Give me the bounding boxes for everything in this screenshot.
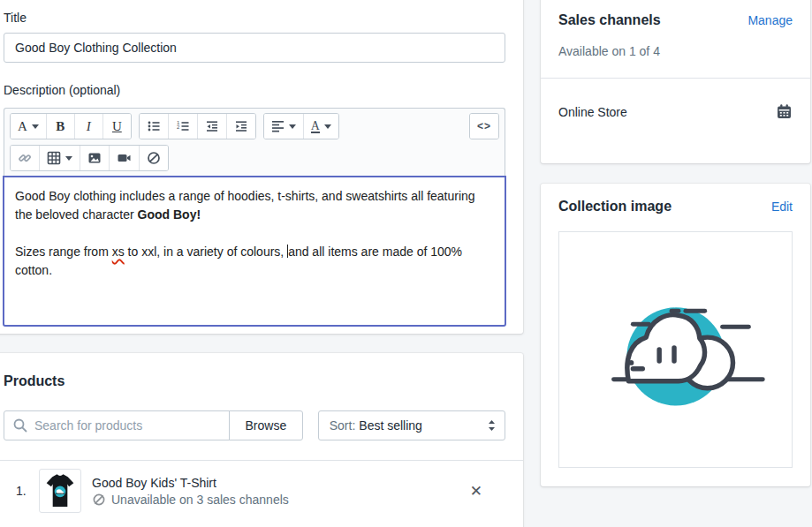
products-heading: Products (4, 373, 505, 389)
svg-text:2: 2 (177, 124, 180, 130)
show-html-button[interactable]: <> (470, 114, 498, 139)
collection-image-header: Collection image Edit (558, 199, 793, 215)
chevron-down-icon (289, 124, 296, 129)
chevron-down-icon (324, 124, 331, 129)
products-card: Products Browse Sort:Best selling 1. (0, 353, 523, 527)
edit-link[interactable]: Edit (771, 200, 793, 214)
channel-name: Online Store (558, 105, 627, 119)
numbered-list-button[interactable]: 12 (168, 114, 197, 139)
text-color-button[interactable]: A (303, 114, 338, 139)
code-group: <> (469, 113, 499, 139)
availability-text: Available on 1 of 4 (541, 44, 810, 58)
search-input[interactable] (4, 410, 230, 440)
bulleted-list-button[interactable] (140, 114, 168, 139)
chevron-down-icon (32, 124, 39, 129)
remove-product-button[interactable]: ✕ (470, 482, 482, 501)
description-paragraph: Sizes range from xs to xxl, in a variety… (15, 243, 494, 280)
indent-button[interactable] (226, 114, 255, 139)
product-index: 1. (16, 484, 39, 498)
image-icon (87, 151, 102, 165)
indent-icon (234, 119, 248, 133)
align-left-icon (271, 120, 285, 132)
editor-toolbar-row1: A B I U (4, 109, 505, 139)
link-icon (18, 151, 32, 165)
title-input[interactable] (4, 33, 505, 63)
good-boy-dog-image (559, 231, 792, 468)
insert-video-button[interactable] (109, 146, 139, 170)
font-style-button[interactable]: A (11, 114, 46, 139)
rich-text-editor: A B I U (4, 108, 505, 177)
font-style-label: A (18, 119, 27, 134)
italic-button[interactable]: I (74, 114, 102, 139)
list-indent-group: 12 (139, 113, 256, 139)
clear-formatting-icon (147, 151, 161, 165)
insert-image-button[interactable] (80, 146, 109, 170)
chevron-down-icon (65, 156, 72, 161)
collection-image-frame (558, 231, 793, 468)
collection-image-heading: Collection image (558, 199, 672, 215)
collection-image-card: Collection image Edit (541, 184, 810, 486)
text-color-label: A (311, 120, 320, 133)
outdent-icon (205, 119, 219, 133)
sort-stepper-icon (488, 419, 496, 432)
align-color-group: A (263, 113, 339, 139)
product-search (4, 410, 230, 440)
browse-button[interactable]: Browse (229, 410, 303, 440)
description-paragraph: Good Boy clothing includes a range of ho… (15, 187, 494, 224)
bold-button[interactable]: B (46, 114, 74, 139)
collection-edit-page: Title Description (optional) A B I (0, 0, 812, 527)
clear-formatting-button[interactable] (139, 146, 168, 170)
product-status: Unavailable on 3 sales channels (92, 493, 289, 507)
product-list-item: 1. Good Boy Kids' T-Shirt Unavailable on… (0, 461, 523, 521)
link-button[interactable] (11, 146, 39, 170)
misspelled-word: xs (112, 245, 125, 259)
product-info: Good Boy Kids' T-Shirt Unavailable on 3 … (92, 476, 289, 507)
description-label: Description (optional) (4, 83, 505, 97)
numbered-list-icon: 12 (176, 119, 190, 133)
editor-toolbar-row2 (4, 139, 505, 177)
product-title: Good Boy Kids' T-Shirt (92, 476, 289, 490)
outdent-button[interactable] (197, 114, 226, 139)
product-thumbnail (39, 469, 81, 513)
video-icon (117, 151, 132, 165)
sales-channels-card: Sales channels Manage Available on 1 of … (541, 0, 810, 163)
bulleted-list-icon (147, 119, 161, 133)
collection-details-card: Title Description (optional) A B I (0, 0, 523, 334)
table-button[interactable] (39, 146, 80, 170)
alignment-button[interactable] (264, 114, 303, 139)
title-label: Title (4, 11, 505, 25)
manage-link[interactable]: Manage (747, 13, 793, 27)
tshirt-image (42, 471, 79, 510)
insert-group (10, 145, 169, 171)
text-style-group: A B I U (10, 113, 132, 139)
channel-row-online-store: Online Store (541, 79, 810, 145)
table-icon (47, 151, 61, 165)
products-controls: Browse Sort:Best selling (4, 410, 505, 440)
search-icon (12, 418, 28, 433)
description-editor-content[interactable]: Good Boy clothing includes a range of ho… (3, 176, 506, 327)
sales-channels-heading: Sales channels (558, 12, 661, 28)
sales-channels-header: Sales channels Manage (541, 0, 810, 28)
hidden-icon (92, 493, 106, 507)
sort-text: Sort:Best selling (330, 418, 422, 433)
underline-button[interactable]: U (102, 114, 131, 139)
calendar-icon[interactable] (776, 103, 793, 120)
sort-select[interactable]: Sort:Best selling (318, 410, 505, 440)
product-status-text: Unavailable on 3 sales channels (111, 493, 289, 507)
